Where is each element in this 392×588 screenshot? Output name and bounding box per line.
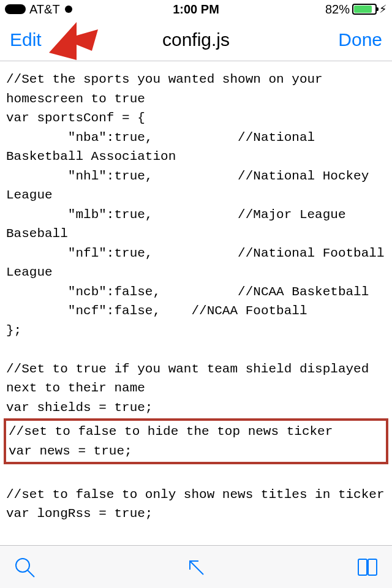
- bottom-toolbar: [0, 545, 392, 588]
- loading-dot-icon: [65, 6, 72, 13]
- status-right: 82% ⚡︎: [325, 2, 387, 17]
- svg-line-2: [28, 570, 34, 577]
- svg-rect-4: [358, 559, 367, 575]
- status-bar: AT&T 1:00 PM 82% ⚡︎: [0, 0, 392, 18]
- svg-point-1: [16, 559, 29, 572]
- nav-bar: Edit config.js Done: [0, 18, 392, 61]
- code-block-2: //set to false to only show news titles …: [6, 488, 385, 521]
- svg-line-3: [190, 561, 203, 575]
- highlighted-code: //set to false to hide the top news tick…: [4, 418, 388, 464]
- svg-rect-5: [368, 559, 377, 575]
- page-title: config.js: [162, 29, 230, 50]
- code-block-1: //Set the sports you wanted shown on you…: [6, 72, 392, 415]
- status-left: AT&T: [5, 2, 72, 17]
- resize-arrow-icon[interactable]: [184, 555, 208, 579]
- battery-percent-label: 82%: [325, 2, 350, 17]
- signal-strength-icon: [5, 4, 26, 14]
- battery-icon: [352, 4, 377, 15]
- book-icon[interactable]: [355, 555, 380, 579]
- code-editor-content[interactable]: //Set the sports you wanted shown on you…: [0, 61, 392, 532]
- search-icon[interactable]: [12, 555, 37, 579]
- edit-button[interactable]: Edit: [10, 29, 42, 50]
- done-button[interactable]: Done: [338, 29, 382, 50]
- clock-label: 1:00 PM: [173, 2, 219, 17]
- charging-icon: ⚡︎: [379, 2, 387, 16]
- carrier-label: AT&T: [29, 2, 60, 17]
